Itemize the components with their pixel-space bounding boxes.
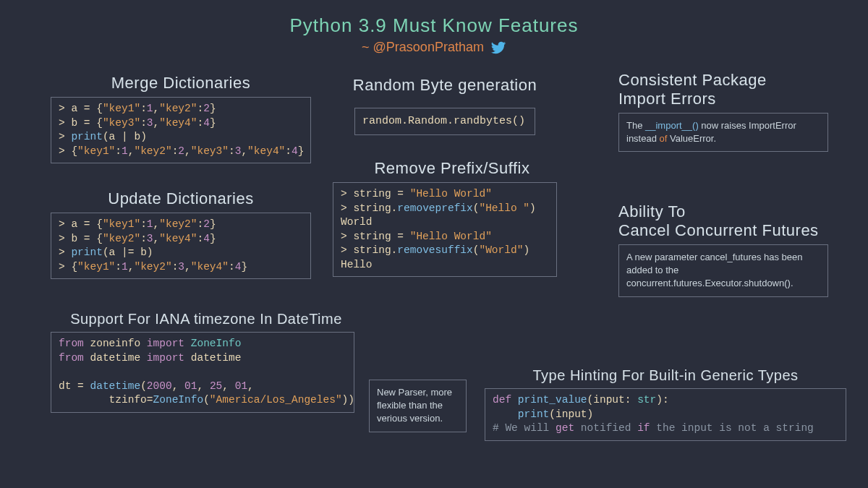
section-title: Merge Dictionaries (51, 74, 311, 93)
section-title: Type Hinting For Built-in Generic Types (485, 367, 846, 384)
info-box: New Parser, more flexible than the verio… (369, 380, 467, 432)
author-handle: ~ @PrasoonPratham (362, 40, 484, 54)
info-box: The __import__() now raises ImportError … (618, 113, 828, 152)
code-box: from zoneinfo import ZoneInfo from datet… (51, 332, 354, 413)
section-title: Random Byte generation (333, 76, 557, 95)
section-iana-timezone: Support For IANA timezone In DateTime fr… (51, 311, 362, 413)
section-random-bytes: Random Byte generation random.Random.ran… (333, 76, 557, 135)
section-import-errors: Consistent Package Import Errors The __i… (618, 71, 835, 152)
section-cancel-futures: Ability To Cancel Concurrent Futures A n… (618, 202, 835, 297)
code-box: > a = {"key1":1,"key2":2} > b = {"key3":… (51, 97, 311, 163)
code-box: random.Random.randbytes() (354, 108, 535, 135)
code-box: def print_value(input: str): print(input… (485, 388, 846, 441)
section-new-parser: New Parser, more flexible than the verio… (369, 380, 467, 432)
section-remove-prefix-suffix: Remove Prefix/Suffix > string = "Hello W… (333, 159, 571, 277)
author-line: ~ @PrasoonPratham (0, 40, 868, 56)
code-box: > a = {"key1":1,"key2":2} > b = {"key2":… (51, 213, 311, 279)
twitter-icon (488, 40, 506, 54)
section-update-dictionaries: Update Dictionaries > a = {"key1":1,"key… (51, 189, 311, 279)
section-title: Ability To Cancel Concurrent Futures (618, 202, 835, 240)
info-box: A new parameter cancel_futures has been … (618, 244, 828, 297)
section-title: Support For IANA timezone In DateTime (51, 311, 362, 328)
section-type-hinting: Type Hinting For Built-in Generic Types … (485, 367, 846, 441)
code-box: > string = "Hello World" > string.remove… (333, 182, 557, 277)
section-title: Remove Prefix/Suffix (333, 159, 571, 178)
section-merge-dictionaries: Merge Dictionaries > a = {"key1":1,"key2… (51, 74, 311, 163)
section-title: Consistent Package Import Errors (618, 71, 835, 108)
page-title: Python 3.9 Must Know Features (0, 0, 868, 37)
section-title: Update Dictionaries (51, 189, 311, 208)
